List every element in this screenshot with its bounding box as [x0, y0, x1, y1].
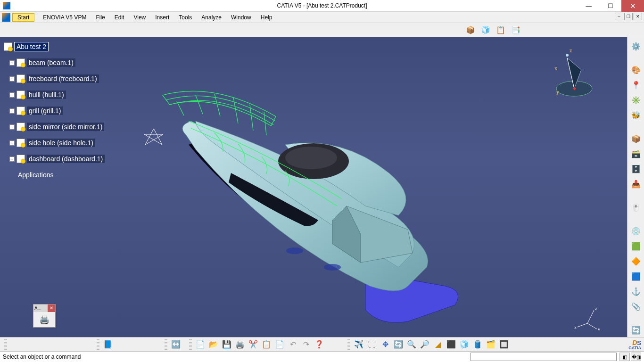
status-message: Select an object or a command	[3, 354, 81, 360]
tree-item-side-mirror[interactable]: + side mirror (side mirror.1)	[9, 121, 105, 132]
expand-icon[interactable]: +	[9, 140, 15, 146]
menu-help[interactable]: Help	[256, 13, 277, 22]
orbit-icon[interactable]: 🔄	[630, 324, 642, 336]
floating-toolbar[interactable]: A... ✕ 🖨️	[33, 304, 56, 328]
zoom-out-icon[interactable]: 🔎	[419, 338, 431, 351]
svg-text:y: y	[598, 327, 600, 331]
diamond-icon[interactable]: 🔶	[630, 255, 642, 267]
grip-icon[interactable]	[189, 339, 192, 350]
tree-item-side-hole[interactable]: + side hole (side hole.1)	[9, 137, 105, 148]
expand-icon[interactable]: +	[9, 156, 15, 162]
globe-pin-icon[interactable]: 📍	[630, 79, 642, 91]
cube-multi-icon[interactable]: 🧊	[480, 25, 491, 36]
svg-line-18	[177, 101, 184, 115]
mdi-minimize[interactable]: –	[615, 13, 623, 20]
status-btn-1[interactable]: ◧	[619, 353, 630, 361]
app-menu-icon[interactable]	[2, 13, 10, 22]
tree-item-freeboard[interactable]: + freeboard (freeboard.1)	[9, 73, 105, 84]
command-input[interactable]	[471, 353, 617, 361]
menu-edit[interactable]: Edit	[110, 13, 129, 22]
tree-root-label[interactable]: Abu test 2	[14, 42, 49, 51]
cube-green-icon[interactable]: 🟩	[630, 240, 642, 252]
compass-icon[interactable]: x y z	[541, 44, 598, 100]
axis-arrows-icon[interactable]: ✳️	[630, 94, 642, 106]
anchor-icon[interactable]: ⚓	[630, 285, 642, 297]
zoom-in-icon[interactable]: 🔍	[405, 338, 418, 351]
cut-icon[interactable]: ✂️	[247, 338, 259, 351]
pan-icon[interactable]: ✥	[379, 338, 391, 351]
bee-icon[interactable]: 🐝	[630, 109, 642, 121]
cylinder-icon[interactable]: 🛢️	[471, 338, 484, 351]
list-right-icon[interactable]: 📑	[510, 25, 521, 36]
menu-analyze[interactable]: Analyze	[197, 13, 226, 22]
normal-view-icon[interactable]: ◢	[432, 338, 444, 351]
expand-icon[interactable]: +	[9, 124, 15, 130]
tree-item-hull[interactable]: + hulll (hulll.1)	[9, 89, 105, 100]
menu-file[interactable]: File	[91, 13, 109, 22]
box4-icon[interactable]: 📥	[630, 178, 642, 190]
fit-icon[interactable]: ⛶	[366, 338, 378, 351]
rotate-icon[interactable]: 🔄	[392, 338, 405, 351]
mdi-close[interactable]: ✕	[634, 13, 642, 20]
open-icon[interactable]: 📂	[207, 338, 220, 351]
toggle-icon[interactable]: 🔲	[498, 338, 510, 351]
redo-icon[interactable]: ↷	[300, 338, 312, 351]
box2-icon[interactable]: 🗃️	[630, 148, 642, 160]
undo-icon[interactable]: ↶	[287, 338, 299, 351]
book-icon[interactable]: 📘	[102, 338, 114, 351]
grip-icon[interactable]	[4, 339, 7, 350]
menu-insert[interactable]: Insert	[150, 13, 174, 22]
palette-icon[interactable]: 🎨	[630, 64, 642, 76]
tree-item-dashboard[interactable]: + dashboard (dashboard.1)	[9, 153, 105, 165]
maximize-button[interactable]: ☐	[600, 0, 621, 12]
close-button[interactable]: ✕	[621, 0, 644, 12]
viewport-3d[interactable]: Abu test 2 + beam (beam.1) + freeboard (…	[0, 37, 627, 337]
tree-item-grill[interactable]: + grill (grill.1)	[9, 105, 105, 116]
box1-icon[interactable]: 📦	[630, 132, 642, 145]
expand-icon[interactable]: +	[9, 92, 15, 98]
list-left-icon[interactable]: 📋	[495, 25, 506, 36]
copy-icon[interactable]: 📋	[260, 338, 272, 351]
expand-icon[interactable]: +	[9, 108, 15, 114]
cube-blue-icon[interactable]: 🟦	[630, 270, 642, 282]
grip-icon[interactable]	[97, 339, 99, 350]
tree-root[interactable]: Abu test 2	[4, 41, 105, 52]
floating-toolbar-header[interactable]: A... ✕	[33, 304, 55, 312]
layers-icon[interactable]: 🗂️	[485, 338, 497, 351]
menu-window[interactable]: Window	[226, 13, 256, 22]
arrows-orange-icon[interactable]: ↔️	[170, 338, 182, 351]
expand-icon[interactable]: +	[9, 60, 15, 66]
box3-icon[interactable]: 🗄️	[630, 163, 642, 175]
menu-enovia[interactable]: ENOVIA V5 VPM	[38, 13, 91, 22]
grip-icon[interactable]	[347, 339, 350, 350]
plane-icon[interactable]: ✈️	[353, 338, 365, 351]
axis-triad-icon[interactable]: x y z	[573, 305, 602, 331]
paste-icon[interactable]: 📄	[273, 338, 286, 351]
grip-icon[interactable]	[165, 339, 167, 350]
disc-icon[interactable]: 💿	[630, 225, 642, 237]
printer-icon[interactable]: 🖨️	[39, 314, 50, 325]
cursor-star-icon[interactable]: 🖱️	[630, 201, 642, 214]
help-arrow-icon[interactable]: ❓	[313, 338, 325, 351]
clip-icon[interactable]: 📎	[630, 300, 642, 313]
cube-add-icon[interactable]: 📦	[465, 25, 476, 36]
save-icon[interactable]: 💾	[221, 338, 233, 351]
app-icon	[3, 2, 10, 9]
menu-tools[interactable]: Tools	[174, 13, 197, 22]
status-btn-2[interactable]: �◨	[631, 353, 641, 361]
close-icon[interactable]: ✕	[48, 304, 55, 312]
start-menu[interactable]: Start	[12, 13, 34, 22]
new-icon[interactable]: 📄	[194, 338, 206, 351]
shade-icon[interactable]: 🧊	[458, 338, 471, 351]
gear-icon[interactable]: ⚙️	[630, 40, 642, 52]
window-title: CATIA V5 - [Abu test 2.CATProduct]	[277, 2, 367, 9]
print-icon[interactable]: 🖨️	[234, 338, 246, 351]
mdi-restore[interactable]: ❐	[624, 13, 633, 20]
minimize-button[interactable]: —	[578, 0, 600, 12]
boat-model[interactable]	[144, 65, 483, 329]
menu-view[interactable]: View	[129, 13, 150, 22]
tree-item-beam[interactable]: + beam (beam.1)	[9, 57, 105, 68]
expand-icon[interactable]: +	[9, 76, 15, 82]
tree-applications[interactable]: Applications	[18, 169, 105, 181]
iso-view-icon[interactable]: ⬛	[445, 338, 457, 351]
